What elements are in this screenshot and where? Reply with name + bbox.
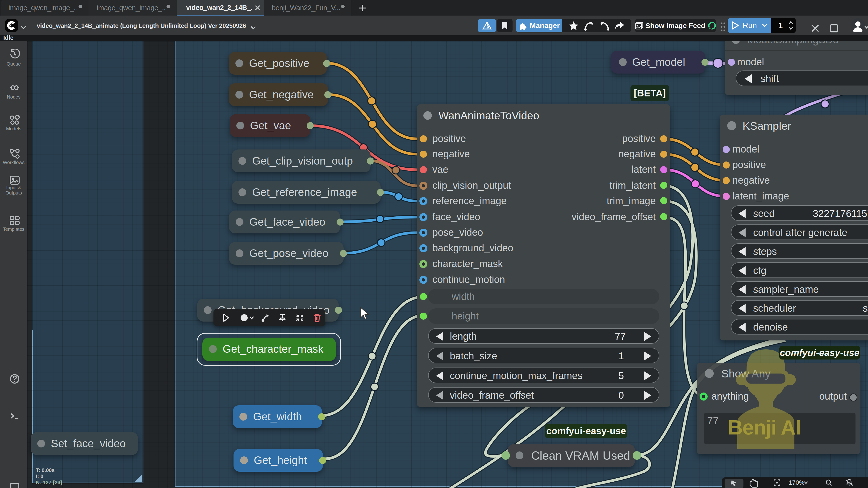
- svg-text:170%: 170%: [789, 479, 805, 486]
